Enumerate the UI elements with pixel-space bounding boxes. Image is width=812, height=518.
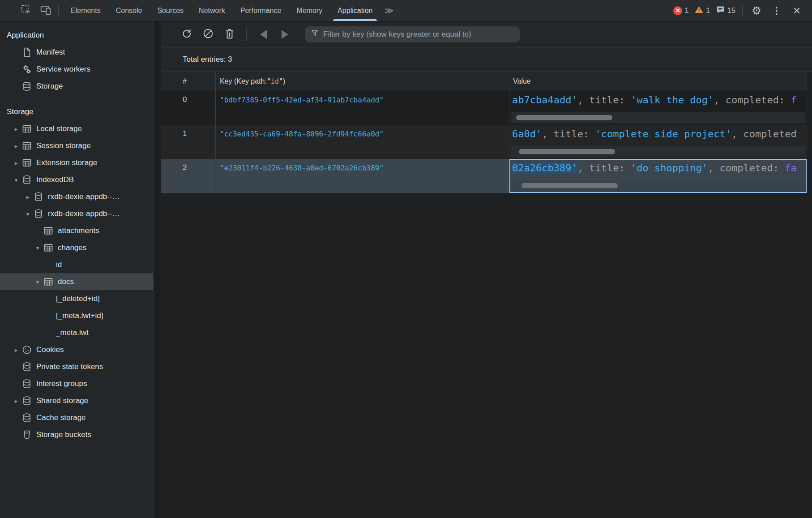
row-value-cell[interactable]: 02a26cb389', title: 'do shopping', compl… — [509, 159, 807, 193]
item-changes-index-id[interactable]: id — [0, 256, 153, 273]
item-cache-storage[interactable]: Cache storage — [0, 409, 153, 426]
row-index-cell: 0 — [161, 91, 216, 125]
refresh-icon — [181, 28, 192, 41]
more-tabs-button[interactable]: ≫ — [380, 0, 398, 21]
panel-tab-label: Performance — [240, 7, 282, 15]
item-manifest[interactable]: Manifest — [0, 44, 153, 61]
sidebar-item-label: Storage — [35, 82, 63, 91]
file-icon — [21, 47, 35, 58]
tabbar-divider — [58, 5, 59, 16]
value-hscrollbar-track[interactable] — [511, 146, 805, 157]
prev-page-button[interactable] — [256, 27, 271, 42]
delete-selected-button[interactable] — [222, 27, 237, 42]
expander-collapsed-icon[interactable]: ▸ — [11, 143, 21, 149]
item-private-state-tokens[interactable]: Private state tokens — [0, 358, 153, 375]
item-docs-index-deleted-id[interactable]: [_deleted+id] — [0, 290, 153, 307]
tab-network[interactable]: Network — [191, 0, 233, 21]
row-key-cell[interactable]: "bdbf7385-0ff5-42ed-af34-91ab7cba4add" — [216, 91, 509, 125]
kebab-menu-icon: ⋮ — [772, 5, 782, 16]
tab-memory[interactable]: Memory — [289, 0, 330, 21]
item-session-storage[interactable]: ▸ Session storage — [0, 137, 153, 154]
table-row[interactable]: 0 "bdbf7385-0ff5-42ed-af34-91ab7cba4add"… — [161, 91, 807, 125]
sidebar-item-label: Storage buckets — [35, 430, 91, 439]
row-key-cell[interactable]: "e23011f4-b226-4638-a0ed-6702a26cb389" — [216, 159, 509, 193]
tabbar-right-controls: ✕ 1 1 — [673, 0, 812, 21]
next-page-button[interactable] — [277, 27, 292, 42]
db-icon — [21, 174, 35, 185]
expander-collapsed-icon[interactable]: ▸ — [11, 347, 21, 353]
expander-expanded-icon[interactable]: ▾ — [11, 177, 21, 183]
prev-page-icon — [260, 30, 267, 39]
expander-collapsed-icon[interactable]: ▸ — [22, 194, 33, 200]
item-local-storage[interactable]: ▸ Local storage — [0, 120, 153, 137]
inspect-element-button[interactable] — [19, 4, 33, 18]
item-shared-storage[interactable]: ▸ Shared storage — [0, 392, 153, 409]
tab-console[interactable]: Console — [108, 0, 150, 21]
sidebar-item-label: IndexedDB — [35, 175, 74, 184]
item-docs-index-meta-lwt[interactable]: _meta.lwt — [0, 324, 153, 341]
value-preview-text: ab7cba4add', title: 'walk the dog', comp… — [509, 91, 807, 107]
expander-expanded-icon[interactable]: ▾ — [22, 211, 33, 217]
cookie-icon — [21, 344, 35, 355]
tab-performance[interactable]: Performance — [233, 0, 289, 21]
row-value-cell[interactable]: ab7cba4add', title: 'walk the dog', comp… — [509, 91, 807, 125]
item-extension-storage[interactable]: ▸ Extension storage — [0, 154, 153, 171]
item-changes[interactable]: ▾ changes — [0, 239, 153, 256]
value-hscrollbar-thumb[interactable] — [519, 149, 615, 154]
value-hscrollbar-thumb[interactable] — [516, 115, 612, 120]
item-rxdb-dexie-appdb-1[interactable]: ▸ rxdb-dexie-appdb--… — [0, 188, 153, 205]
item-cookies[interactable]: ▸ Cookies — [0, 341, 153, 358]
expander-expanded-icon[interactable]: ▾ — [32, 245, 43, 251]
expander-expanded-icon[interactable]: ▾ — [32, 279, 43, 285]
clear-object-store-button[interactable] — [201, 27, 216, 42]
key-filter[interactable] — [305, 26, 520, 42]
warning-badge[interactable]: 1 — [694, 5, 710, 16]
expander-collapsed-icon[interactable]: ▸ — [11, 160, 21, 166]
row-key-cell[interactable]: "cc3ed435-ca69-48fa-8096-2fd94fc66a0d" — [216, 125, 509, 159]
item-indexeddb[interactable]: ▾ IndexedDB — [0, 171, 153, 188]
value-hscrollbar-thumb[interactable] — [521, 183, 618, 188]
close-devtools-button[interactable]: × — [790, 4, 804, 18]
column-header-index[interactable]: # — [161, 72, 216, 91]
item-docs[interactable]: ▾ docs — [0, 273, 153, 290]
expander-collapsed-icon[interactable]: ▸ — [11, 126, 21, 132]
filter-by-key-input[interactable] — [323, 30, 514, 39]
tab-sources[interactable]: Sources — [150, 0, 191, 21]
table-row[interactable]: 1 "cc3ed435-ca69-48fa-8096-2fd94fc66a0d"… — [161, 125, 807, 159]
item-storage[interactable]: Storage — [0, 78, 153, 95]
issues-bubble-icon — [716, 5, 725, 16]
value-hscrollbar-track[interactable] — [511, 112, 805, 123]
tab-elements[interactable]: Elements — [63, 0, 108, 21]
table-icon — [21, 140, 35, 151]
column-header-key[interactable]: Key (Key path: "id") — [216, 72, 509, 91]
table-icon — [43, 225, 56, 236]
sidebar-item-label: Session storage — [35, 141, 91, 150]
item-service-workers[interactable]: Service workers — [0, 61, 153, 78]
sidebar-resize-gutter[interactable] — [154, 21, 161, 518]
item-interest-groups[interactable]: Interest groups — [0, 375, 153, 392]
error-badge[interactable]: ✕ 1 — [673, 6, 688, 15]
value-hscrollbar-track[interactable] — [511, 180, 805, 191]
table-row-selected[interactable]: 2 "e23011f4-b226-4638-a0ed-6702a26cb389"… — [161, 159, 807, 193]
settings-button[interactable]: ⚙ — [749, 4, 764, 18]
expander-collapsed-icon[interactable]: ▸ — [11, 398, 21, 404]
tab-application[interactable]: Application — [330, 0, 380, 21]
issues-badge[interactable]: 15 — [716, 5, 735, 16]
sidebar-item-label: Cache storage — [35, 413, 86, 422]
item-storage-buckets[interactable]: Storage buckets — [0, 426, 153, 443]
item-rxdb-dexie-appdb-2[interactable]: ▾ rxdb-dexie-appdb--… — [0, 205, 153, 222]
toggle-device-toolbar-button[interactable] — [38, 4, 53, 18]
tabbar-left-icons — [0, 0, 53, 21]
item-attachments[interactable]: attachments — [0, 222, 153, 239]
item-docs-index-meta-lwt-id[interactable]: [_meta.lwt+id] — [0, 307, 153, 324]
db-icon — [33, 208, 47, 219]
sidebar-section-label: Storage — [5, 107, 34, 116]
column-header-value[interactable]: Value — [509, 72, 807, 91]
toolbar-divider — [246, 28, 247, 41]
row-index-cell: 2 — [161, 159, 216, 193]
row-value-cell[interactable]: 6a0d', title: 'complete side project', c… — [509, 125, 807, 159]
error-count: 1 — [684, 7, 688, 15]
customize-devtools-button[interactable]: ⋮ — [769, 4, 784, 18]
refresh-button[interactable] — [179, 27, 194, 42]
panel-tab-label: Elements — [71, 7, 101, 15]
